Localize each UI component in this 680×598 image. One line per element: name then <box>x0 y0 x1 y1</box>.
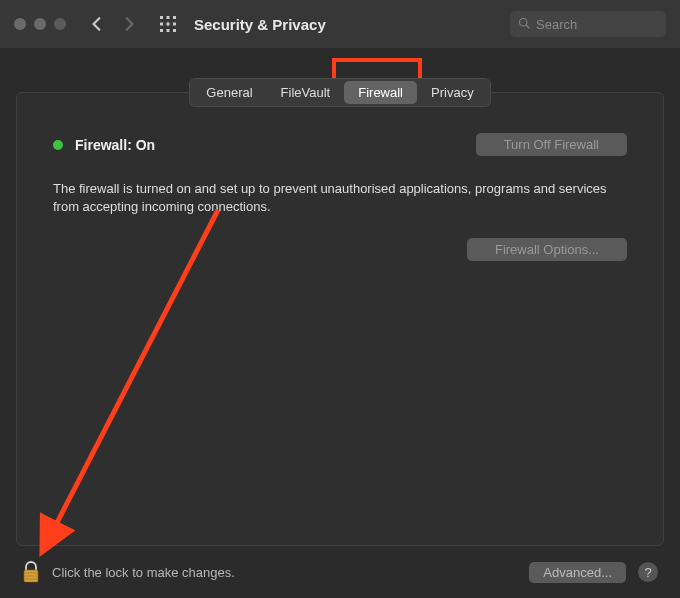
tab-label: General <box>206 85 252 100</box>
back-button[interactable] <box>84 11 110 37</box>
firewall-options-button[interactable]: Firewall Options... <box>467 238 627 261</box>
lock-icon[interactable] <box>22 561 40 583</box>
svg-rect-0 <box>160 16 163 19</box>
tab-label: FileVault <box>281 85 331 100</box>
tab-privacy[interactable]: Privacy <box>417 81 488 104</box>
show-all-prefs-icon[interactable] <box>158 14 178 34</box>
advanced-button[interactable]: Advanced... <box>529 562 626 583</box>
fullscreen-window-button[interactable] <box>54 18 66 30</box>
svg-rect-6 <box>160 29 163 32</box>
search-icon <box>518 15 530 33</box>
forward-button[interactable] <box>116 11 142 37</box>
tab-firewall[interactable]: Firewall <box>344 81 417 104</box>
svg-rect-3 <box>160 23 163 26</box>
svg-rect-5 <box>173 23 176 26</box>
tab-group: General FileVault Firewall Privacy <box>189 78 490 107</box>
svg-line-10 <box>526 25 529 28</box>
window-titlebar: Security & Privacy <box>0 0 680 48</box>
window-title: Security & Privacy <box>194 16 510 33</box>
turn-off-firewall-button[interactable]: Turn Off Firewall <box>476 133 627 156</box>
svg-rect-2 <box>173 16 176 19</box>
tab-label: Privacy <box>431 85 474 100</box>
footer: Click the lock to make changes. Advanced… <box>0 546 680 598</box>
svg-rect-4 <box>167 23 170 26</box>
svg-rect-7 <box>167 29 170 32</box>
tab-filevault[interactable]: FileVault <box>267 81 345 104</box>
minimize-window-button[interactable] <box>34 18 46 30</box>
firewall-description: The firewall is turned on and set up to … <box>53 180 613 216</box>
svg-rect-8 <box>173 29 176 32</box>
firewall-status-label: Firewall: On <box>75 137 155 153</box>
tab-strip: General FileVault Firewall Privacy <box>0 78 680 107</box>
svg-rect-1 <box>167 16 170 19</box>
search-field[interactable] <box>510 11 666 37</box>
help-button[interactable]: ? <box>638 562 658 582</box>
tab-general[interactable]: General <box>192 81 266 104</box>
close-window-button[interactable] <box>14 18 26 30</box>
options-row: Firewall Options... <box>53 238 627 261</box>
content-panel: Firewall: On Turn Off Firewall The firew… <box>16 92 664 546</box>
traffic-lights <box>14 18 66 30</box>
lock-help-text: Click the lock to make changes. <box>52 565 529 580</box>
status-dot-icon <box>53 140 63 150</box>
tab-label: Firewall <box>358 85 403 100</box>
nav-arrows <box>84 11 142 37</box>
search-input[interactable] <box>536 17 658 32</box>
firewall-status-row: Firewall: On Turn Off Firewall <box>53 133 627 156</box>
